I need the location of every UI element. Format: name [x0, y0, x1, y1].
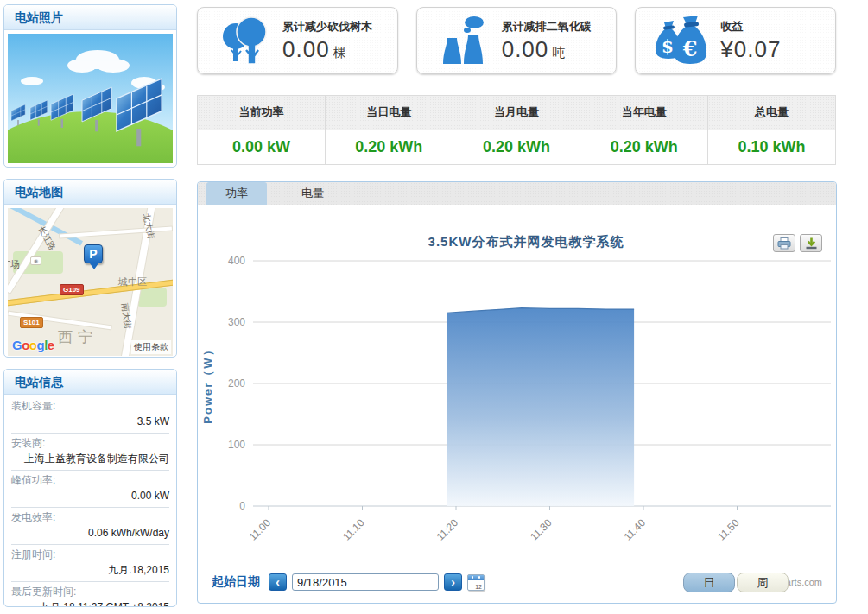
info-row-efficiency: 发电效率: 0.06 kWh/kW/day	[11, 508, 169, 545]
google-map[interactable]: G109 S101 长江路 北大街 城中区 南大街 西宁 广场 ◉ P Goog…	[8, 208, 173, 356]
stats-header-current-power: 当前功率	[198, 96, 326, 130]
tab-power[interactable]: 功率	[206, 182, 267, 205]
info-value: 0.00 kW	[11, 488, 169, 503]
svg-text:100: 100	[228, 439, 245, 451]
card-value: 0.00	[282, 36, 330, 62]
info-row-capacity: 装机容量: 3.5 kW	[11, 396, 169, 434]
energy-stats-table: 当前功率 当日电量 当月电量 当年电量 总电量 0.00 kW 0.20 kWh…	[197, 95, 836, 165]
svg-text:200: 200	[228, 377, 245, 389]
week-range-button[interactable]: 周	[737, 573, 789, 592]
svg-text:11:30: 11:30	[528, 516, 554, 543]
chart-panel: 功率 电量 010020030040011:0011:1011:2011:301…	[197, 181, 837, 604]
svg-text:300: 300	[228, 316, 245, 328]
info-value: 3.5 kW	[11, 414, 169, 429]
svg-text:11:10: 11:10	[340, 516, 367, 543]
info-row-installer: 安装商: 上海上益教育设备制造有限公司	[11, 434, 169, 471]
info-row-peak-power: 峰值功率: 0.00 kW	[11, 471, 169, 508]
square-label: 广场	[8, 258, 20, 271]
stats-header-total-energy: 总电量	[708, 96, 835, 130]
map-park-area	[137, 288, 167, 307]
download-chart-button[interactable]	[800, 234, 822, 252]
card-unit: 吨	[552, 45, 565, 60]
g109-road-badge: G109	[60, 284, 84, 295]
svg-text:$: $	[662, 36, 674, 57]
svg-text:11:00: 11:00	[247, 516, 274, 543]
info-label: 注册时间:	[11, 548, 169, 562]
info-row-registered: 注册时间: 九月.18,2015	[11, 545, 169, 582]
stats-header-yearly-energy: 当年电量	[580, 96, 708, 130]
svg-text:11:20: 11:20	[434, 516, 461, 543]
previous-day-button[interactable]: ‹	[269, 573, 287, 591]
chevron-left-icon: ‹	[276, 575, 280, 589]
calendar-picker-button[interactable]: 12	[467, 574, 485, 591]
date-navigation-bar: 起始日期 ‹ › 12	[212, 573, 485, 591]
co2-towers-icon	[429, 13, 497, 68]
range-toggle: 日 周	[683, 573, 789, 592]
income-card: $ € 收益 ¥0.07	[635, 7, 836, 74]
start-date-input[interactable]	[292, 573, 439, 591]
city-label-xining: 西宁	[58, 327, 98, 347]
stats-value-daily-energy: 0.20 kWh	[326, 130, 453, 165]
info-label: 发电效率:	[11, 510, 169, 525]
power-area-chart: 010020030040011:0011:1011:2011:3011:4011…	[198, 205, 836, 560]
card-value: ¥0.07	[720, 36, 781, 62]
tab-energy[interactable]: 电量	[282, 182, 343, 205]
plant-map-title: 电站地图	[4, 180, 176, 205]
photo-spot-icon: ◉	[30, 256, 41, 265]
svg-text:11:50: 11:50	[715, 516, 742, 543]
money-bags-icon: $ €	[648, 13, 715, 68]
info-row-last-update: 最后更新时间: 九月.18 11:27,GMT +8,2015	[11, 582, 169, 607]
co2-reduced-card: 累计减排二氧化碳 0.00吨	[416, 7, 618, 74]
print-chart-button[interactable]	[773, 234, 795, 252]
plant-photo-panel: 电站照片	[3, 4, 177, 168]
info-value: 九月.18 11:27,GMT +8,2015	[11, 599, 169, 607]
svg-text:€: €	[682, 36, 698, 61]
info-label: 装机容量:	[11, 399, 169, 414]
map-terms-link[interactable]: 使用条款	[131, 340, 171, 354]
info-label: 最后更新时间:	[11, 585, 169, 599]
stats-header-monthly-energy: 当月电量	[453, 96, 581, 130]
svg-text:0: 0	[239, 500, 245, 512]
eco-stat-cards: 累计减少砍伐树木 0.00棵 累计减排二氧化碳 0.00吨	[197, 7, 836, 74]
stats-header-daily-energy: 当日电量	[326, 96, 453, 130]
info-label: 峰值功率:	[11, 473, 169, 488]
svg-text:Power（W）: Power（W）	[201, 343, 214, 423]
info-value: 上海上益教育设备制造有限公司	[11, 451, 169, 466]
stats-value-row: 0.00 kW 0.20 kWh 0.20 kWh 0.20 kWh 0.10 …	[198, 130, 835, 165]
card-label: 累计减少砍伐树木	[282, 19, 389, 35]
chart-export-toolbar	[773, 234, 822, 252]
solar-panels-photo	[8, 34, 173, 163]
info-label: 安装商:	[11, 436, 169, 451]
plant-location-marker[interactable]: P	[84, 244, 103, 263]
stats-value-current-power: 0.00 kW	[198, 130, 326, 165]
printer-icon	[777, 237, 791, 250]
download-icon	[805, 237, 818, 250]
plant-info-panel: 电站信息 装机容量: 3.5 kW 安装商: 上海上益教育设备制造有限公司 峰值…	[3, 369, 177, 607]
district-label-chengzhong: 城中区	[118, 275, 147, 288]
plant-photo-title: 电站照片	[4, 5, 176, 30]
day-range-button[interactable]: 日	[683, 573, 735, 592]
trees-saved-card: 累计减少砍伐树木 0.00棵	[197, 7, 398, 74]
trees-icon	[210, 13, 277, 68]
stats-value-monthly-energy: 0.20 kWh	[453, 130, 581, 165]
info-value: 0.06 kWh/kW/day	[11, 525, 169, 541]
calendar-day-number: 12	[475, 584, 482, 590]
card-label: 收益	[720, 19, 827, 35]
stats-header-row: 当前功率 当日电量 当月电量 当年电量 总电量	[198, 96, 835, 130]
dashboard: 电站照片	[0, 0, 868, 614]
s101-road-badge: S101	[20, 317, 43, 328]
svg-text:400: 400	[228, 255, 245, 267]
plant-info-title: 电站信息	[4, 370, 176, 395]
chart-tabs: 功率 电量	[198, 182, 836, 205]
start-date-label: 起始日期	[212, 574, 260, 590]
plant-map-panel: 电站地图 G109 S101 长江路 北大街 城中区 南大街 西宁 广场 ◉	[3, 179, 177, 358]
next-day-button[interactable]: ›	[444, 573, 462, 591]
calendar-icon	[468, 575, 484, 580]
svg-text:3.5KW分布式并网发电教学系统: 3.5KW分布式并网发电教学系统	[428, 234, 624, 249]
stats-value-total-energy: 0.10 kWh	[708, 130, 835, 165]
plant-info-list: 装机容量: 3.5 kW 安装商: 上海上益教育设备制造有限公司 峰值功率: 0…	[4, 395, 176, 607]
card-unit: 棵	[333, 45, 346, 60]
stats-value-yearly-energy: 0.20 kWh	[580, 130, 708, 165]
chevron-right-icon: ›	[451, 575, 455, 589]
google-logo[interactable]: Google	[12, 338, 54, 352]
